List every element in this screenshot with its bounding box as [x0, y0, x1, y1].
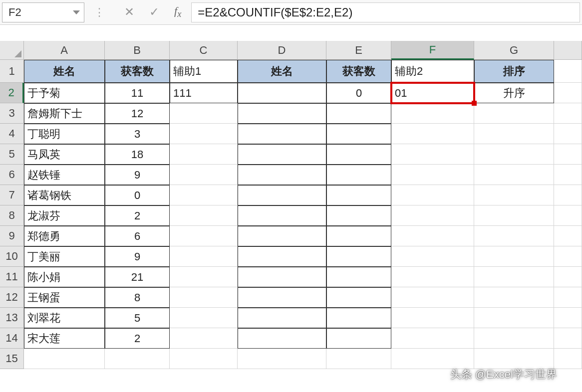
cell-H5[interactable]	[554, 144, 582, 165]
row-header-10[interactable]: 10	[0, 246, 24, 267]
cell-D9[interactable]	[238, 226, 326, 246]
cell-C15[interactable]	[170, 349, 238, 369]
cell-C7[interactable]	[170, 185, 238, 205]
cell-F6[interactable]	[391, 165, 474, 185]
cell-H2[interactable]	[554, 83, 582, 103]
cell-A1[interactable]: 姓名	[24, 60, 105, 83]
cell-B7[interactable]: 0	[105, 185, 170, 205]
cell-B14[interactable]: 2	[105, 328, 170, 349]
cell-C4[interactable]	[170, 124, 238, 144]
cell-G10[interactable]	[474, 246, 554, 267]
cell-C10[interactable]	[170, 246, 238, 267]
cell-H1[interactable]	[554, 60, 582, 83]
cell-D1[interactable]: 姓名	[238, 60, 326, 83]
cell-F2[interactable]: 01	[391, 83, 474, 103]
fx-icon[interactable]: fx	[174, 4, 181, 19]
cell-C6[interactable]	[170, 165, 238, 185]
cell-E6[interactable]	[326, 165, 391, 185]
cell-H14[interactable]	[554, 328, 582, 349]
cell-A15[interactable]	[24, 349, 105, 369]
cell-B6[interactable]: 9	[105, 165, 170, 185]
cell-A7[interactable]: 诸葛钢铁	[24, 185, 105, 205]
cell-B1[interactable]: 获客数	[105, 60, 170, 83]
cell-A11[interactable]: 陈小娟	[24, 267, 105, 287]
cell-F12[interactable]	[391, 287, 474, 308]
cell-E10[interactable]	[326, 246, 391, 267]
cell-A13[interactable]: 刘翠花	[24, 308, 105, 328]
cell-F1[interactable]: 辅助2	[391, 60, 474, 83]
cell-E3[interactable]	[326, 103, 391, 124]
cell-G14[interactable]	[474, 328, 554, 349]
cell-A6[interactable]: 赵铁锤	[24, 165, 105, 185]
cell-E11[interactable]	[326, 267, 391, 287]
cell-F10[interactable]	[391, 246, 474, 267]
cell-D11[interactable]	[238, 267, 326, 287]
col-header-extra[interactable]	[554, 41, 582, 60]
cell-B10[interactable]: 9	[105, 246, 170, 267]
cell-A3[interactable]: 詹姆斯下士	[24, 103, 105, 124]
chevron-down-icon[interactable]	[73, 10, 80, 14]
cell-D8[interactable]	[238, 205, 326, 226]
cell-F11[interactable]	[391, 267, 474, 287]
col-header-E[interactable]: E	[326, 41, 391, 60]
cell-D13[interactable]	[238, 308, 326, 328]
cell-F7[interactable]	[391, 185, 474, 205]
select-all-corner[interactable]	[0, 41, 24, 60]
cell-C14[interactable]	[170, 328, 238, 349]
cell-H8[interactable]	[554, 205, 582, 226]
cell-E8[interactable]	[326, 205, 391, 226]
cell-A4[interactable]: 丁聪明	[24, 124, 105, 144]
cell-D12[interactable]	[238, 287, 326, 308]
accept-icon[interactable]: ✓	[149, 5, 159, 19]
cell-A9[interactable]: 郑德勇	[24, 226, 105, 246]
cell-C1[interactable]: 辅助1	[170, 60, 238, 83]
formula-input[interactable]: =E2&COUNTIF($E$2:E2,E2)	[191, 2, 580, 22]
row-header-2[interactable]: 2	[0, 83, 24, 103]
cell-B15[interactable]	[105, 349, 170, 369]
cell-G1[interactable]: 排序	[474, 60, 554, 83]
cell-E13[interactable]	[326, 308, 391, 328]
row-header-12[interactable]: 12	[0, 287, 24, 308]
cell-D15[interactable]	[238, 349, 326, 369]
col-header-D[interactable]: D	[238, 41, 326, 60]
cell-D3[interactable]	[238, 103, 326, 124]
cell-G11[interactable]	[474, 267, 554, 287]
col-header-F[interactable]: F	[391, 41, 474, 60]
cell-D4[interactable]	[238, 124, 326, 144]
row-header-7[interactable]: 7	[0, 185, 24, 205]
row-header-3[interactable]: 3	[0, 103, 24, 124]
cell-C12[interactable]	[170, 287, 238, 308]
cell-G9[interactable]	[474, 226, 554, 246]
cell-H7[interactable]	[554, 185, 582, 205]
cell-D6[interactable]	[238, 165, 326, 185]
cell-B13[interactable]: 5	[105, 308, 170, 328]
cell-E14[interactable]	[326, 328, 391, 349]
cell-H15[interactable]	[554, 349, 582, 369]
cell-D14[interactable]	[238, 328, 326, 349]
cancel-icon[interactable]: ✕	[124, 5, 134, 19]
cell-B12[interactable]: 8	[105, 287, 170, 308]
col-header-A[interactable]: A	[24, 41, 105, 60]
cell-B4[interactable]: 3	[105, 124, 170, 144]
cell-H9[interactable]	[554, 226, 582, 246]
cell-C11[interactable]	[170, 267, 238, 287]
cell-F14[interactable]	[391, 328, 474, 349]
cell-H6[interactable]	[554, 165, 582, 185]
cell-G5[interactable]	[474, 144, 554, 165]
cell-F4[interactable]	[391, 124, 474, 144]
cell-A5[interactable]: 马凤英	[24, 144, 105, 165]
cell-C5[interactable]	[170, 144, 238, 165]
cell-F9[interactable]	[391, 226, 474, 246]
cell-E2[interactable]: 0	[326, 83, 391, 103]
cell-C8[interactable]	[170, 205, 238, 226]
cell-C9[interactable]	[170, 226, 238, 246]
cell-F3[interactable]	[391, 103, 474, 124]
col-header-G[interactable]: G	[474, 41, 554, 60]
cell-G15[interactable]	[474, 349, 554, 369]
cell-G4[interactable]	[474, 124, 554, 144]
cell-A14[interactable]: 宋大莲	[24, 328, 105, 349]
cell-A12[interactable]: 王钢蛋	[24, 287, 105, 308]
row-header-1[interactable]: 1	[0, 60, 24, 83]
row-header-6[interactable]: 6	[0, 165, 24, 185]
cell-A8[interactable]: 龙淑芬	[24, 205, 105, 226]
